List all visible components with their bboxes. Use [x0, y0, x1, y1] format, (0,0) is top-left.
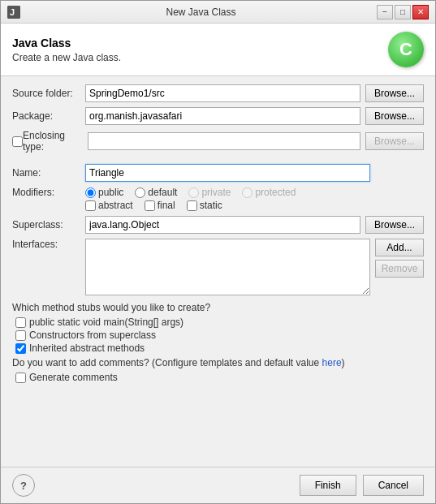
footer-actions: Finish Cancel: [300, 475, 424, 496]
stubs-question: Which method stubs would you like to cre…: [12, 302, 424, 313]
final-label: final: [158, 200, 175, 211]
constructors-stub-checkbox[interactable]: [15, 330, 26, 341]
comments-here-link[interactable]: here: [322, 357, 342, 368]
interfaces-row: Interfaces: Add... Remove: [12, 239, 424, 295]
modifiers-row: Modifiers: public default private: [12, 187, 424, 211]
public-radio-item[interactable]: public: [85, 187, 123, 198]
superclass-row: Superclass: Browse...: [12, 216, 424, 234]
main-stub-item[interactable]: public static void main(String[] args): [15, 317, 424, 328]
stubs-section: Which method stubs would you like to cre…: [12, 302, 424, 354]
constructors-stub-label: Constructors from superclass: [29, 330, 156, 341]
main-stub-label: public static void main(String[] args): [29, 317, 183, 328]
name-row: Name:: [12, 164, 424, 182]
inherited-stub-label: Inherited abstract methods: [29, 342, 145, 354]
static-check-item[interactable]: static: [187, 200, 222, 211]
remove-interface-button[interactable]: Remove: [375, 260, 424, 278]
superclass-browse-button[interactable]: Browse...: [365, 216, 424, 234]
protected-label: protected: [255, 187, 296, 198]
final-checkbox[interactable]: [145, 200, 155, 211]
access-modifiers-line: public default private protected: [85, 187, 296, 198]
svg-text:J: J: [10, 7, 15, 17]
generate-comments-checkbox[interactable]: [15, 373, 26, 383]
cancel-button[interactable]: Cancel: [363, 475, 424, 496]
source-folder-input[interactable]: [85, 84, 360, 102]
enclosing-row: Enclosing type: Browse...: [12, 130, 424, 153]
add-interface-button[interactable]: Add...: [375, 239, 424, 256]
dialog-header: Java Class Create a new Java class. C: [1, 24, 435, 76]
close-button[interactable]: ✕: [412, 5, 429, 19]
static-label: static: [200, 200, 222, 211]
help-icon: ?: [20, 480, 27, 492]
default-radio-item[interactable]: default: [135, 187, 177, 198]
header-title: Java Class: [12, 37, 121, 50]
window-title: New Java Class: [25, 6, 377, 18]
constructors-stub-item[interactable]: Constructors from superclass: [15, 330, 424, 341]
comments-question-start: Do you want to add comments? (Configure …: [12, 357, 322, 368]
protected-radio-item[interactable]: protected: [242, 187, 296, 198]
interfaces-textarea[interactable]: [85, 239, 370, 295]
window-icon: J: [7, 6, 20, 19]
header-subtitle: Create a new Java class.: [12, 52, 121, 63]
title-bar: J New Java Class − □ ✕: [1, 1, 435, 24]
generate-comments-item[interactable]: Generate comments: [15, 372, 424, 383]
abstract-checkbox[interactable]: [85, 200, 96, 211]
dialog-footer: ? Finish Cancel: [1, 467, 435, 503]
dialog-content: Source folder: Browse... Package: Browse…: [1, 76, 435, 467]
default-radio[interactable]: [135, 187, 145, 198]
private-radio-item[interactable]: private: [188, 187, 231, 198]
default-label: default: [148, 187, 177, 198]
enclosing-browse-button[interactable]: Browse...: [365, 132, 424, 150]
name-input[interactable]: [85, 164, 370, 182]
inherited-stub-checkbox[interactable]: [15, 343, 26, 354]
public-radio[interactable]: [85, 187, 96, 198]
modifiers-group: public default private protected: [85, 187, 296, 211]
package-input[interactable]: [85, 107, 360, 125]
other-modifiers-line: abstract final static: [85, 200, 296, 211]
interfaces-label: Interfaces:: [12, 239, 85, 250]
superclass-label: Superclass:: [12, 219, 85, 230]
java-class-icon: C: [388, 32, 424, 67]
abstract-check-item[interactable]: abstract: [85, 200, 133, 211]
maximize-button[interactable]: □: [395, 5, 411, 19]
enclosing-input[interactable]: [88, 132, 360, 150]
name-label: Name:: [12, 167, 85, 179]
source-folder-label: Source folder:: [12, 88, 85, 99]
finish-button[interactable]: Finish: [300, 475, 356, 496]
abstract-label: abstract: [98, 200, 133, 211]
inherited-stub-item[interactable]: Inherited abstract methods: [15, 342, 424, 354]
window-controls: − □ ✕: [377, 5, 429, 19]
private-label: private: [201, 187, 231, 198]
interfaces-buttons: Add... Remove: [375, 239, 424, 278]
superclass-input[interactable]: [85, 216, 360, 234]
protected-radio[interactable]: [242, 187, 253, 198]
main-stub-checkbox[interactable]: [15, 317, 26, 328]
package-browse-button[interactable]: Browse...: [365, 107, 424, 125]
package-label: Package:: [12, 110, 85, 122]
package-row: Package: Browse...: [12, 107, 424, 125]
public-label: public: [98, 187, 123, 198]
minimize-button[interactable]: −: [377, 5, 393, 19]
comments-question-end: ): [342, 357, 345, 368]
comments-question: Do you want to add comments? (Configure …: [12, 357, 424, 368]
header-text: Java Class Create a new Java class.: [12, 37, 121, 63]
static-checkbox[interactable]: [187, 200, 197, 211]
source-folder-browse-button[interactable]: Browse...: [365, 84, 424, 102]
private-radio[interactable]: [188, 187, 199, 198]
generate-comments-label: Generate comments: [29, 372, 118, 383]
new-java-class-dialog: J New Java Class − □ ✕ Java Class Create…: [0, 0, 436, 504]
modifiers-label: Modifiers:: [12, 187, 85, 198]
enclosing-label: Enclosing type:: [23, 130, 88, 153]
source-folder-row: Source folder: Browse...: [12, 84, 424, 102]
help-button[interactable]: ?: [12, 474, 35, 497]
final-check-item[interactable]: final: [145, 200, 175, 211]
enclosing-checkbox[interactable]: [12, 136, 23, 147]
comments-section: Do you want to add comments? (Configure …: [12, 357, 424, 383]
